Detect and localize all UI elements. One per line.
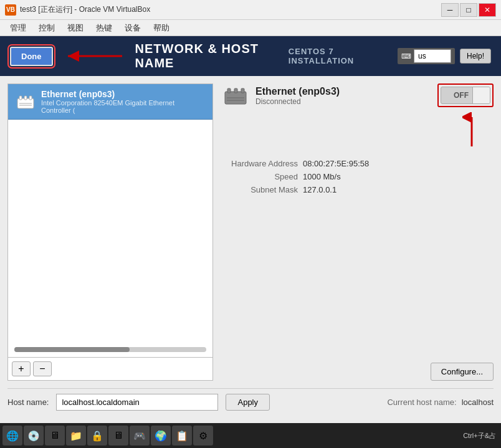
list-scrollbar-area [8,342,212,357]
menu-device[interactable]: 设备 [120,21,146,36]
centos-label: CENTOS 7 INSTALLATION [289,47,393,65]
detail-header: Ethernet (enp0s3) Disconnected OFF [223,83,494,151]
page-title: NETWORK & HOST NAME [135,42,289,70]
toggle-label: OFF [441,91,472,100]
svg-rect-4 [29,96,32,100]
add-ethernet-button[interactable]: + [12,361,31,376]
configure-area: Configure... [223,363,494,381]
menu-help[interactable]: 帮助 [148,21,174,36]
subnet-mask-label: Subnet Mask [223,185,298,194]
header-left: Done NETWORK & HOST NAME [10,42,289,70]
taskbar-text: Ctrl+子&占 [460,431,499,441]
detail-spacer [223,202,494,355]
ethernet-item-desc: Intel Corporation 82540EM Gigabit Ethern… [41,99,205,114]
ethernet-item-name: Ethernet (enp0s3) [41,89,205,99]
taskbar-icon-0[interactable]: 🌐 [2,426,22,446]
current-hostname-value: localhost [462,398,494,407]
taskbar-icon-4[interactable]: 🔒 [87,426,107,446]
taskbar-icon-9[interactable]: ⚙ [193,426,213,446]
taskbar-icon-2[interactable]: 🖥 [45,426,65,446]
svg-rect-9 [234,88,237,93]
menu-bar: 管理 控制 视图 热键 设备 帮助 [0,20,501,36]
hardware-address-label: Hardware Address [223,159,298,168]
ethernet-list: Ethernet (enp0s3) Intel Corporation 8254… [7,83,213,381]
red-arrow-up-annotation [462,112,481,151]
list-spacer [8,120,212,342]
keyboard-icon: ⌨ [398,48,455,64]
detail-name: Ethernet (enp0s3) [255,86,340,97]
close-button[interactable]: ✕ [479,3,496,17]
menu-hotkey[interactable]: 热键 [91,21,117,36]
red-arrow-left-icon [63,47,125,65]
title-bar: VB test3 [正在运行] - Oracle VM VirtualBox ─… [0,0,501,20]
stat-row-subnet: Subnet Mask 127.0.0.1 [223,185,494,194]
remove-ethernet-button[interactable]: − [33,361,52,376]
window-controls: ─ □ ✕ [441,3,496,17]
ethernet-item-info: Ethernet (enp0s3) Intel Corporation 8254… [41,89,205,114]
minimize-button[interactable]: ─ [441,3,459,17]
toggle-area: OFF [437,83,494,151]
detail-info: Ethernet (enp0s3) Disconnected [223,83,340,108]
language-input[interactable] [414,49,451,63]
network-stats: Hardware Address 08:00:27:5E:95:58 Speed… [223,159,494,194]
configure-button[interactable]: Configure... [431,363,494,381]
app-icon: VB [5,4,16,16]
taskbar-icon-6[interactable]: 🎮 [130,426,150,446]
list-scrollbar[interactable] [14,347,206,352]
current-hostname-label: Current host name: [387,398,456,407]
detail-status: Disconnected [255,97,340,106]
taskbar-icon-3[interactable]: 📁 [66,426,86,446]
stat-row-speed: Speed 1000 Mb/s [223,172,494,181]
maximize-button[interactable]: □ [460,3,477,17]
taskbar-icon-1[interactable]: 💿 [24,426,44,446]
detail-panel: Ethernet (enp0s3) Disconnected OFF [223,83,494,381]
svg-rect-10 [241,88,244,93]
svg-rect-8 [227,88,231,93]
detail-ethernet-icon [223,83,248,108]
main-content: Ethernet (enp0s3) Intel Corporation 8254… [0,76,501,423]
speed-label: Speed [223,172,298,181]
ethernet-list-item[interactable]: Ethernet (enp0s3) Intel Corporation 8254… [8,84,212,120]
apply-button[interactable]: Apply [226,394,270,411]
window-title: test3 [正在运行] - Oracle VM VirtualBox [20,4,441,15]
hostname-label: Host name: [7,398,49,407]
list-scrollbar-thumb [14,347,130,352]
hostname-section: Host name: Apply Current host name: loca… [7,388,494,416]
current-hostname-area: Current host name: localhost [387,398,494,407]
svg-rect-2 [19,96,22,100]
hostname-input[interactable] [56,394,218,411]
subnet-mask-value: 127.0.0.1 [303,185,336,194]
stat-row-hardware: Hardware Address 08:00:27:5E:95:58 [223,159,494,168]
keyboard-symbol: ⌨ [401,52,411,60]
vm-content-area: Done NETWORK & HOST NAME CENTOS 7 INSTAL… [0,36,501,423]
header-bar: Done NETWORK & HOST NAME CENTOS 7 INSTAL… [0,36,501,76]
menu-manage[interactable]: 管理 [5,21,31,36]
top-section: Ethernet (enp0s3) Intel Corporation 8254… [7,83,494,381]
taskbar-icon-5[interactable]: 🖥 [108,426,128,446]
done-button[interactable]: Done [10,47,53,66]
detail-text: Ethernet (enp0s3) Disconnected [255,86,340,106]
ethernet-icon [16,92,35,112]
ethernet-toggle[interactable]: OFF [441,87,490,104]
help-button[interactable]: Help! [460,49,491,64]
toggle-wrapper: OFF [437,83,494,107]
taskbar-icon-8[interactable]: 📋 [172,426,192,446]
arrow-annotation-left [63,47,125,65]
menu-control[interactable]: 控制 [34,21,60,36]
speed-value: 1000 Mb/s [303,172,341,181]
list-buttons: + − [8,357,212,380]
toggle-thumb [472,87,490,103]
svg-rect-3 [24,96,27,100]
menu-view[interactable]: 视图 [62,21,88,36]
header-right: CENTOS 7 INSTALLATION ⌨ Help! [289,47,491,65]
hardware-address-value: 08:00:27:5E:95:58 [303,159,369,168]
taskbar-icon-7[interactable]: 🌍 [151,426,171,446]
taskbar: 🌐 💿 🖥 📁 🔒 🖥 🎮 🌍 📋 ⚙ Ctrl+子&占 [0,423,501,448]
